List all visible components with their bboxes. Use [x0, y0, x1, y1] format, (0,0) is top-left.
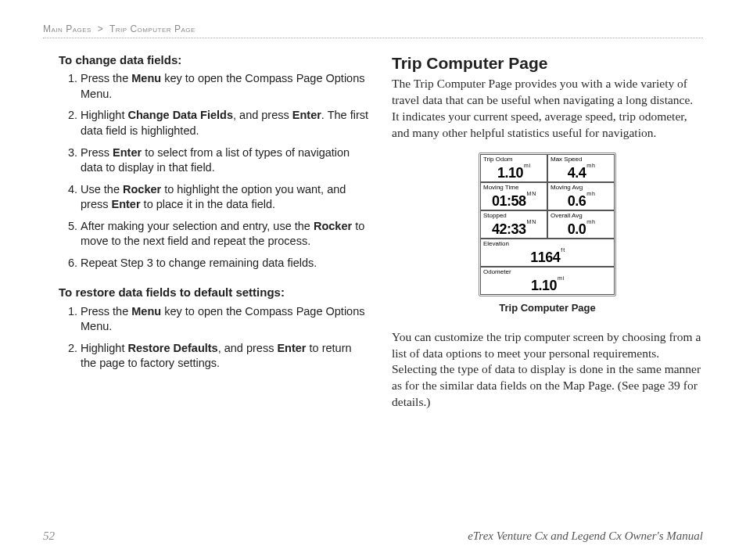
data-field-cell: Max Speed4.4m h [547, 154, 615, 182]
content-columns: To change data fields: Press the Menu ke… [43, 52, 703, 514]
figure-caption: Trip Computer Page [392, 301, 703, 315]
cell-unit: M N [527, 192, 536, 196]
cell-label: Moving Time [483, 184, 518, 192]
subhead-restore: To restore data fields to default settin… [59, 285, 370, 300]
list-item: Press the Menu key to open the Compass P… [81, 304, 370, 335]
intro-paragraph: The Trip Computer Page provides you with… [392, 76, 703, 142]
manual-title: eTrex Venture Cx and Legend Cx Owner's M… [468, 529, 703, 543]
list-item: Highlight Restore Defaults, and press En… [81, 341, 370, 372]
cell-unit: m h [586, 220, 594, 224]
cell-unit: m h [586, 192, 594, 196]
steps-restore: Press the Menu key to open the Compass P… [59, 304, 370, 372]
cell-label: Overall Avg [551, 212, 583, 221]
list-item: Repeat Step 3 to change remaining data f… [81, 256, 370, 271]
crumb-sep: > [98, 23, 104, 34]
right-column: Trip Computer Page The Trip Computer Pag… [392, 52, 703, 514]
list-item: Highlight Change Data Fields, and press … [81, 108, 370, 138]
steps-change: Press the Menu key to open the Compass P… [59, 71, 370, 271]
cell-unit: m i [558, 276, 564, 281]
cell-label: Stopped [483, 212, 507, 221]
list-item: Press the Menu key to open the Compass P… [81, 71, 370, 102]
subhead-change: To change data fields: [59, 52, 370, 68]
crumb-page: Trip Computer Page [109, 23, 195, 34]
cell-label: Max Speed [551, 156, 582, 164]
device-screen: Trip Odom1.10m iMax Speed4.4m hMoving Ti… [479, 153, 616, 296]
data-field-cell: Stopped42:33M N [480, 210, 547, 239]
detail-paragraph: You can customize the trip computer scre… [392, 329, 703, 411]
list-item: Use the Rocker to highlight the option y… [81, 182, 370, 213]
list-item: Press Enter to select from a list of typ… [81, 145, 370, 176]
data-field-cell: Moving Avg0.6m h [547, 182, 615, 210]
data-field-cell: Overall Avg0.0m h [547, 210, 615, 239]
cell-unit: m h [586, 163, 594, 168]
device-figure: Trip Odom1.10m iMax Speed4.4m hMoving Ti… [392, 153, 703, 315]
data-field-cell: Moving Time01:58M N [480, 182, 547, 210]
cell-unit: f t [561, 248, 564, 253]
device-grid: Trip Odom1.10m iMax Speed4.4m hMoving Ti… [480, 154, 615, 295]
data-field-cell: Elevation1164f t [480, 239, 615, 267]
data-field-cell: Odometer1.10m i [480, 267, 615, 295]
breadcrumb: Main Pages > Trip Computer Page [43, 23, 703, 38]
section-title: Trip Computer Page [392, 52, 703, 74]
crumb-main: Main Pages [43, 23, 91, 34]
data-field-cell: Trip Odom1.10m i [480, 154, 547, 182]
cell-label: Elevation [483, 240, 509, 249]
cell-unit: m i [524, 163, 530, 168]
cell-label: Moving Avg [551, 184, 583, 192]
left-column: To change data fields: Press the Menu ke… [43, 52, 370, 514]
page-number: 52 [43, 529, 55, 543]
page-footer: 52 eTrex Venture Cx and Legend Cx Owner'… [43, 529, 703, 543]
cell-unit: M N [527, 220, 536, 224]
list-item: After making your selection and entry, u… [81, 219, 370, 249]
cell-label: Trip Odom [483, 156, 513, 164]
cell-label: Odometer [483, 268, 511, 277]
